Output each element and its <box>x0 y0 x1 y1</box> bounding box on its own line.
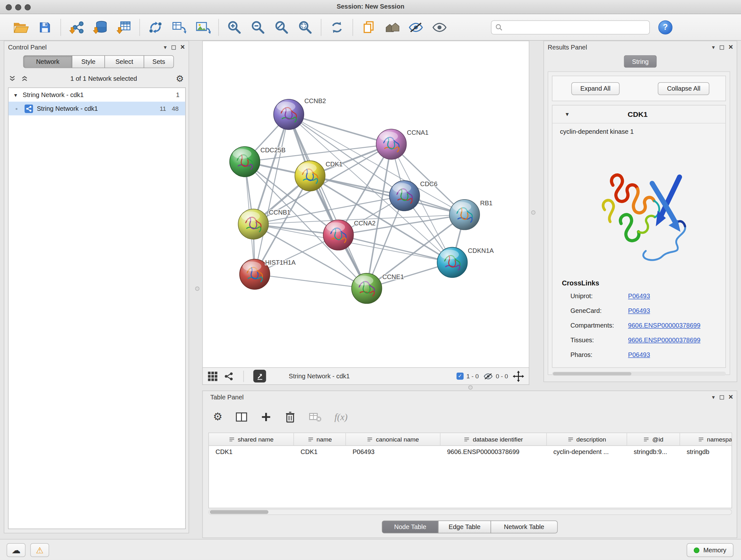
network-node-CCNB1[interactable] <box>238 209 268 240</box>
import-network-file-button[interactable] <box>65 16 88 39</box>
network-node-RB1[interactable] <box>449 199 480 230</box>
delete-table-button[interactable] <box>309 411 322 423</box>
show-columns-button[interactable] <box>235 411 248 423</box>
edge-CCNB2-CCNA1[interactable] <box>289 114 391 144</box>
cell-namespace[interactable]: stringdb <box>680 446 732 458</box>
function-builder-button[interactable]: f(x) <box>334 412 347 422</box>
open-session-button[interactable] <box>10 16 33 39</box>
panel-close-icon[interactable]: × <box>729 44 733 51</box>
column-header[interactable]: shared name <box>209 433 294 445</box>
table-row[interactable]: CDK1 CDK1 P06493 9606.ENSP00000378699 cy… <box>209 446 732 458</box>
eye-slash-small-icon[interactable] <box>483 372 493 380</box>
column-header[interactable]: namespace <box>680 433 732 445</box>
crosslink-link[interactable]: 9606.ENSP00000378699 <box>628 322 700 332</box>
save-session-button[interactable] <box>33 16 57 39</box>
network-node-CDKN1A[interactable] <box>437 247 468 277</box>
tab-select[interactable]: Select <box>105 55 144 68</box>
delete-column-button[interactable] <box>284 411 296 423</box>
edge-CCNB2-CCNE1[interactable] <box>289 114 367 288</box>
caret-down-icon[interactable]: ▾ <box>9 91 23 98</box>
vertical-splitter-handle[interactable] <box>531 210 535 214</box>
column-header[interactable]: @id <box>627 433 680 445</box>
show-all-button[interactable] <box>428 16 451 39</box>
column-header[interactable]: database identifier <box>441 433 547 445</box>
home-button[interactable] <box>381 16 404 39</box>
horizontal-splitter-handle[interactable] <box>468 385 473 389</box>
panel-close-icon[interactable]: × <box>729 393 733 401</box>
export-image-button[interactable] <box>191 16 214 39</box>
tab-string[interactable]: String <box>624 55 657 68</box>
zoom-selected-button[interactable] <box>293 16 317 39</box>
gear-icon[interactable]: ⚙ <box>176 74 184 83</box>
column-header[interactable]: name <box>294 433 346 445</box>
cloud-status-button[interactable]: ☁ <box>7 543 25 557</box>
apply-layout-button[interactable] <box>325 16 349 39</box>
panel-menu-icon[interactable]: ▾ <box>712 44 715 51</box>
network-node-CCNA2[interactable] <box>323 220 354 250</box>
new-network-from-selection-button[interactable] <box>167 16 191 39</box>
cell-at-id[interactable]: stringdb:9... <box>627 446 680 458</box>
vertical-splitter-handle[interactable] <box>195 287 199 291</box>
crosslink-link[interactable]: P06493 <box>628 293 650 303</box>
warnings-button[interactable]: ⚠ <box>30 543 49 557</box>
first-neighbors-button[interactable] <box>144 16 167 39</box>
tab-edge-table[interactable]: Edge Table <box>438 520 491 533</box>
panel-menu-icon[interactable]: ▾ <box>164 44 166 51</box>
network-node-CDC25B[interactable] <box>230 146 260 177</box>
crosslink-link[interactable]: P06493 <box>628 351 650 362</box>
expand-all-button[interactable]: Expand All <box>571 82 619 95</box>
copy-document-button[interactable] <box>357 16 381 39</box>
column-header[interactable]: description <box>547 433 627 445</box>
panel-float-icon[interactable] <box>720 45 724 49</box>
network-item-row[interactable]: ● String Network - cdk1 11 48 <box>9 102 185 115</box>
crosslink-link[interactable]: 9606.ENSP00000378699 <box>628 336 700 347</box>
panel-float-icon[interactable] <box>172 45 176 49</box>
table-settings-button[interactable]: ⚙ <box>213 412 222 422</box>
network-node-CDC6[interactable] <box>389 181 420 211</box>
edge-HIST1H1A-CCNE1[interactable] <box>255 274 367 288</box>
network-node-CCNA1[interactable] <box>376 129 407 159</box>
zoom-in-button[interactable] <box>222 16 246 39</box>
network-node-CDK1[interactable] <box>295 161 325 191</box>
cell-name[interactable]: CDK1 <box>294 446 346 458</box>
import-table-file-button[interactable] <box>112 16 136 39</box>
cell-shared-name[interactable]: CDK1 <box>209 446 294 458</box>
tab-sets[interactable]: Sets <box>144 55 174 68</box>
network-collection-row[interactable]: ▾ String Network - cdk1 1 <box>9 88 185 102</box>
create-column-button[interactable] <box>260 411 272 423</box>
panel-close-icon[interactable]: × <box>180 44 185 51</box>
column-header[interactable]: canonical name <box>346 433 441 445</box>
check-icon[interactable]: ✓ <box>456 373 463 380</box>
birdseye-view-button[interactable] <box>207 369 218 383</box>
network-node-CCNB2[interactable] <box>273 99 304 130</box>
protein-card-header[interactable]: ▾ CDK1 <box>552 105 725 123</box>
collapse-tree-icon[interactable] <box>21 75 28 82</box>
edge-CCNB2-HIST1H1A[interactable] <box>255 114 289 274</box>
caret-down-icon[interactable]: ▾ <box>566 111 569 118</box>
network-node-CCNE1[interactable] <box>352 273 382 304</box>
table-horizontal-scrollbar[interactable] <box>208 509 732 515</box>
fit-selected-button[interactable] <box>513 369 524 383</box>
open-view-in-window-button[interactable] <box>253 370 266 382</box>
collapse-all-button[interactable]: Collapse All <box>658 82 710 95</box>
results-horizontal-scrollbar[interactable] <box>552 372 726 376</box>
zoom-fit-button[interactable] <box>270 16 293 39</box>
hide-selected-button[interactable] <box>404 16 428 39</box>
panel-menu-icon[interactable]: ▾ <box>712 394 715 401</box>
expand-tree-icon[interactable] <box>9 75 16 82</box>
network-overview-button[interactable] <box>223 369 234 383</box>
help-button[interactable]: ? <box>658 20 672 34</box>
crosslink-link[interactable]: P06493 <box>628 307 650 318</box>
zoom-out-button[interactable] <box>246 16 270 39</box>
import-network-database-button[interactable] <box>88 16 112 39</box>
tab-node-table[interactable]: Node Table <box>382 520 439 533</box>
tab-style[interactable]: Style <box>72 55 105 68</box>
cell-database-identifier[interactable]: 9606.ENSP00000378699 <box>441 446 547 458</box>
panel-float-icon[interactable] <box>720 395 724 399</box>
cell-canonical-name[interactable]: P06493 <box>346 446 441 458</box>
tab-network-table[interactable]: Network Table <box>490 520 557 533</box>
memory-button[interactable]: Memory <box>687 543 733 557</box>
network-canvas[interactable]: CCNB2CCNA1CDC25BCDK1CDC6RB1CCNB1CCNA2CDK… <box>202 41 529 368</box>
tab-network[interactable]: Network <box>23 55 72 68</box>
search-input[interactable] <box>506 23 646 30</box>
